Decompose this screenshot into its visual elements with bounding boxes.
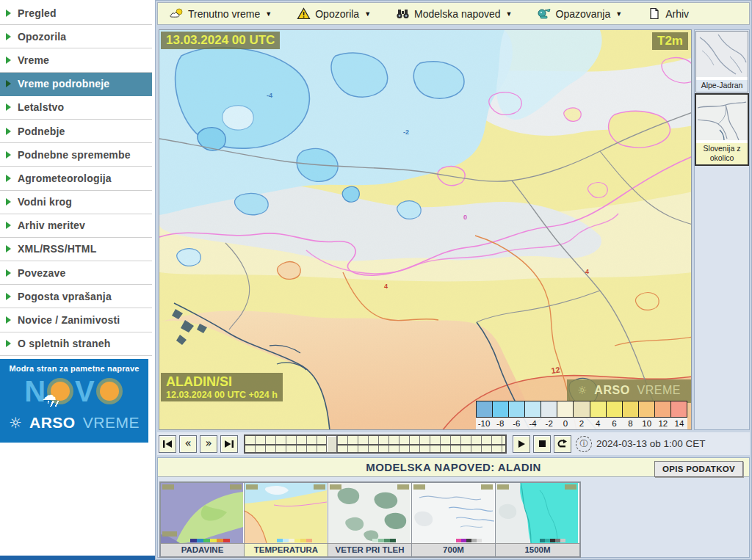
sidebar-item[interactable]: Novice / Zanimivosti xyxy=(0,308,152,332)
forecast-field-thumbnails: PADAVINE xyxy=(159,481,581,558)
slider-handle[interactable] xyxy=(326,435,337,453)
thumb-1500m[interactable]: 1500M xyxy=(496,483,579,556)
scale-value-label: -6 xyxy=(508,418,524,429)
region-label: Alpe-Jadran xyxy=(696,80,748,92)
scale-color-cell xyxy=(524,401,540,418)
model-panel-title: MODELSKA NAPOVED: ALADIN xyxy=(366,461,541,473)
cloud-sun-icon xyxy=(170,7,184,20)
sidebar-item[interactable]: Arhiv meritev xyxy=(0,214,152,238)
sidebar-item[interactable]: Podnebne spremembe xyxy=(0,143,152,167)
sun-rays-icon: ☼ xyxy=(9,414,22,432)
loop-button[interactable] xyxy=(554,435,571,453)
region-label: Slovenija z okolico xyxy=(696,143,748,164)
thumb-temperatura[interactable]: TEMPERATURA xyxy=(245,483,328,556)
veter-thumbnail xyxy=(328,483,411,543)
novo-logo: N ☁ V xyxy=(0,374,148,408)
novo-letter-v: V xyxy=(75,377,95,406)
scale-color-cell xyxy=(590,401,606,418)
chevron-right-icon xyxy=(6,103,11,111)
skip-to-start-button[interactable] xyxy=(159,435,176,453)
temperatura-thumbnail xyxy=(245,483,327,543)
sidebar-item-label: O spletnih straneh xyxy=(18,338,111,349)
data-description-button[interactable]: OPIS PODATKOV xyxy=(654,461,743,477)
sidebar-nav: PregledOpozorilaVremeVreme podrobnejeLet… xyxy=(0,1,152,356)
scale-value-label: -2 xyxy=(541,418,557,429)
sidebar-item[interactable]: Agrometeorologija xyxy=(0,167,152,190)
sidebar-item[interactable]: Pregled xyxy=(0,1,152,25)
map-layer-label: T2m xyxy=(652,32,688,50)
chevron-down-icon: ▼ xyxy=(364,10,371,18)
sidebar-item[interactable]: Pogosta vprašanja xyxy=(0,285,152,308)
animation-controls: « » ⓘ 2024-03-13 ob 1:00 CET xyxy=(157,432,750,455)
chevron-right-icon xyxy=(6,269,11,277)
scale-value-label: 10 xyxy=(639,418,655,429)
scale-value-label: 8 xyxy=(622,418,638,429)
scale-color-cell xyxy=(508,401,524,418)
color-scale-cells xyxy=(476,401,687,418)
sidebar-item[interactable]: Povezave xyxy=(0,261,152,285)
arso-vreme-promo-banner[interactable]: Modra stran za pametne naprave N ☁ V ☼ A… xyxy=(0,359,148,443)
chevron-right-icon xyxy=(6,198,11,206)
thumb-label: PADAVINE xyxy=(161,543,244,556)
promo-tagline: Modra stran za pametne naprave xyxy=(0,364,148,373)
sidebar-item[interactable]: Opozorila xyxy=(0,25,152,48)
scale-value-label: -4 xyxy=(524,418,540,429)
sidebar-item-label: Vodni krog xyxy=(18,196,72,208)
weather-station-icon xyxy=(538,7,552,20)
sidebar-item-label: XML/RSS/HTML xyxy=(18,243,96,255)
thumb-700m[interactable]: 700M xyxy=(412,483,496,556)
sidebar-item-label: Povezave xyxy=(18,267,65,279)
thumb-label: 1500M xyxy=(496,543,579,556)
menu-arhiv[interactable]: Arhiv xyxy=(647,7,689,20)
sidebar-item[interactable]: XML/RSS/HTML xyxy=(0,238,152,261)
thumb-label: TEMPERATURA xyxy=(245,543,328,556)
forecast-map[interactable]: 12 xyxy=(159,29,692,430)
menu-trenutno-vreme[interactable]: Trenutno vreme ▼ xyxy=(170,7,272,20)
scale-color-cell xyxy=(476,401,492,418)
time-slider[interactable] xyxy=(244,434,507,454)
animation-settings-clock-icon[interactable]: ⓘ xyxy=(576,436,592,452)
play-button[interactable] xyxy=(513,435,530,453)
sidebar-item[interactable]: Vodni krog xyxy=(0,191,152,214)
page: PregledOpozorilaVremeVreme podrobnejeLet… xyxy=(0,0,752,560)
sidebar-item[interactable]: Letalstvo xyxy=(0,96,152,120)
binoculars-icon xyxy=(396,7,410,20)
region-selector-column: Alpe-Jadran Slovenija z okolico xyxy=(694,29,750,430)
chevron-right-icon xyxy=(6,33,11,40)
sidebar-item-label: Novice / Zanimivosti xyxy=(18,314,120,326)
chevron-right-icon xyxy=(6,57,11,64)
step-forward-button[interactable]: » xyxy=(200,435,217,453)
arso-vreme-watermark: ☼ ARSO VREME xyxy=(567,379,691,403)
region-alpe-jadran[interactable]: Alpe-Jadran xyxy=(695,31,748,92)
scale-color-cell xyxy=(540,401,557,418)
sidebar-item[interactable]: Podnebje xyxy=(0,120,152,143)
stop-button[interactable] xyxy=(533,435,551,453)
menu-opazovanja[interactable]: Opazovanja ▼ xyxy=(538,7,623,20)
step-back-button[interactable]: « xyxy=(179,435,197,453)
menu-modelska-napoved[interactable]: Modelska napoved ▼ xyxy=(396,7,512,20)
sidebar-item[interactable]: O spletnih straneh xyxy=(0,332,152,356)
skip-to-end-button[interactable] xyxy=(220,435,238,453)
menu-opozorila[interactable]: Opozorila ▼ xyxy=(297,7,371,20)
scale-color-cell xyxy=(654,401,670,418)
sun-icon xyxy=(100,382,119,401)
map-run-label: 12.03.2024 00 UTC +024 h xyxy=(166,390,278,400)
sidebar: PregledOpozorilaVremeVreme podrobnejeLet… xyxy=(0,0,155,560)
thumb-veter-pri-tleh[interactable]: VETER PRI TLEH xyxy=(328,483,412,556)
sidebar-item-label: Agrometeorologija xyxy=(18,172,112,184)
scale-value-label: 6 xyxy=(606,418,622,429)
scale-value-label: 12 xyxy=(655,418,671,429)
scale-color-cell xyxy=(492,401,508,418)
chevron-right-icon xyxy=(6,316,11,324)
thumb-padavine[interactable]: PADAVINE xyxy=(161,483,245,556)
sidebar-item-label: Opozorila xyxy=(18,31,66,43)
brand-row: ☼ ARSO VREME xyxy=(0,414,148,432)
region-slovenija-z-okolico[interactable]: Slovenija z okolico xyxy=(695,93,749,166)
sidebar-item[interactable]: Vreme podrobneje xyxy=(0,73,152,96)
sidebar-item-label: Pregled xyxy=(18,7,57,19)
scale-value-label: -10 xyxy=(476,418,492,429)
chevron-down-icon: ▼ xyxy=(615,10,622,18)
map-model-label: ALADIN/SI 12.03.2024 00 UTC +024 h xyxy=(161,373,283,401)
thumb-label: VETER PRI TLEH xyxy=(328,543,411,556)
sidebar-item[interactable]: Vreme xyxy=(0,48,152,72)
